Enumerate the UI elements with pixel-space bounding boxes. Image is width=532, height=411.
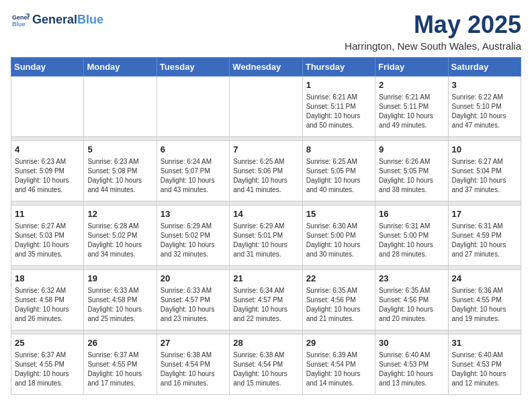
calendar-cell: 19Sunrise: 6:33 AMSunset: 4:58 PMDayligh… [84,270,157,330]
logo-icon: General Blue [11,11,30,30]
weekday-header-row: SundayMondayTuesdayWednesdayThursdayFrid… [11,58,521,77]
calendar-cell: 31Sunrise: 6:40 AMSunset: 4:53 PMDayligh… [448,334,521,395]
day-info: Daylight: 10 hours [87,369,152,379]
calendar-cell: 9Sunrise: 6:26 AMSunset: 5:05 PMDaylight… [375,141,448,201]
day-info: Sunset: 4:56 PM [306,295,371,305]
day-info: Sunset: 4:55 PM [87,360,152,369]
day-info: Sunrise: 6:37 AM [15,351,80,360]
day-info: and 26 minutes. [15,314,80,324]
day-info: Sunset: 5:11 PM [306,102,371,111]
day-info: and 37 minutes. [452,185,517,195]
day-info: Sunset: 4:55 PM [452,295,517,305]
day-info: Daylight: 10 hours [161,305,226,314]
day-number: 19 [87,273,152,285]
day-number: 29 [306,337,371,349]
day-info: Sunset: 5:07 PM [161,167,226,176]
day-info: Daylight: 10 hours [452,369,517,379]
calendar-cell: 8Sunrise: 6:25 AMSunset: 5:05 PMDaylight… [302,141,375,201]
calendar-cell: 26Sunrise: 6:37 AMSunset: 4:55 PMDayligh… [84,334,157,395]
day-number: 26 [87,337,152,349]
week-row-3: 11Sunrise: 6:27 AMSunset: 5:03 PMDayligh… [11,205,521,266]
day-info: Sunrise: 6:38 AM [161,351,226,360]
day-info: Sunrise: 6:21 AM [379,93,444,102]
day-info: Sunrise: 6:21 AM [306,93,371,102]
week-row-2: 4Sunrise: 6:23 AMSunset: 5:09 PMDaylight… [11,141,521,201]
day-number: 28 [233,337,298,349]
page-header: General Blue GeneralBlue May 2025 Harrin… [11,11,521,52]
calendar-cell: 21Sunrise: 6:34 AMSunset: 4:57 PMDayligh… [230,270,302,330]
weekday-header-monday: Monday [84,58,157,77]
day-info: Daylight: 10 hours [452,176,517,185]
day-info: and 32 minutes. [161,250,226,259]
day-info: Sunset: 4:59 PM [452,231,517,240]
day-info: and 49 minutes. [379,121,444,130]
day-number: 7 [233,144,298,156]
day-info: Sunset: 5:03 PM [15,231,80,240]
month-title: May 2025 [345,11,521,39]
day-info: Daylight: 10 hours [379,240,444,250]
day-info: and 16 minutes. [161,379,226,388]
day-number: 3 [452,79,517,91]
calendar-cell [84,77,157,137]
weekday-header-friday: Friday [375,58,448,77]
day-number: 18 [15,273,80,285]
day-info: Sunrise: 6:28 AM [87,222,152,231]
day-info: and 25 minutes. [87,314,152,324]
calendar-cell: 27Sunrise: 6:38 AMSunset: 4:54 PMDayligh… [157,334,229,395]
calendar-cell: 11Sunrise: 6:27 AMSunset: 5:03 PMDayligh… [11,205,84,266]
day-info: and 22 minutes. [233,314,298,324]
day-info: Sunrise: 6:27 AM [15,222,80,231]
day-info: Sunset: 4:54 PM [233,360,298,369]
day-info: Sunset: 5:00 PM [306,231,371,240]
day-info: and 50 minutes. [306,121,371,130]
day-info: Sunrise: 6:26 AM [379,157,444,167]
calendar-table: SundayMondayTuesdayWednesdayThursdayFrid… [11,57,521,395]
day-info: Sunrise: 6:25 AM [233,157,298,167]
weekday-header-thursday: Thursday [302,58,375,77]
day-info: Daylight: 10 hours [233,305,298,314]
day-info: Sunrise: 6:40 AM [452,351,517,360]
day-info: Daylight: 10 hours [306,369,371,379]
day-info: Daylight: 10 hours [306,240,371,250]
day-number: 5 [87,144,152,156]
calendar-cell: 28Sunrise: 6:38 AMSunset: 4:54 PMDayligh… [230,334,302,395]
day-number: 2 [379,79,444,91]
day-info: Daylight: 10 hours [161,240,226,250]
calendar-cell: 29Sunrise: 6:39 AMSunset: 4:54 PMDayligh… [302,334,375,395]
day-number: 24 [452,273,517,285]
calendar-cell [230,77,302,137]
day-info: Sunset: 4:55 PM [15,360,80,369]
day-info: and 43 minutes. [161,185,226,195]
day-info: Daylight: 10 hours [161,369,226,379]
weekday-header-sunday: Sunday [11,58,84,77]
day-info: Sunset: 5:05 PM [379,167,444,176]
week-row-1: 1Sunrise: 6:21 AMSunset: 5:11 PMDaylight… [11,77,521,137]
day-number: 14 [233,208,298,220]
day-info: Sunrise: 6:29 AM [233,222,298,231]
day-number: 13 [161,208,226,220]
day-info: Sunrise: 6:29 AM [161,222,226,231]
day-info: Daylight: 10 hours [379,111,444,121]
day-info: and 46 minutes. [15,185,80,195]
day-info: Daylight: 10 hours [452,305,517,314]
day-info: Sunrise: 6:27 AM [452,157,517,167]
logo: General Blue GeneralBlue [11,11,103,30]
day-info: Daylight: 10 hours [306,305,371,314]
day-info: Daylight: 10 hours [379,305,444,314]
day-info: Sunrise: 6:25 AM [306,157,371,167]
day-info: Sunrise: 6:32 AM [15,286,80,295]
day-info: Sunset: 5:01 PM [233,231,298,240]
day-number: 20 [161,273,226,285]
day-info: and 41 minutes. [233,185,298,195]
day-info: Sunset: 5:08 PM [87,167,152,176]
day-number: 31 [452,337,517,349]
day-number: 12 [87,208,152,220]
day-info: Daylight: 10 hours [379,369,444,379]
day-info: Sunrise: 6:36 AM [452,286,517,295]
day-info: Daylight: 10 hours [87,305,152,314]
calendar-cell: 22Sunrise: 6:35 AMSunset: 4:56 PMDayligh… [302,270,375,330]
day-info: Sunrise: 6:30 AM [306,222,371,231]
day-info: Sunrise: 6:38 AM [233,351,298,360]
day-info: and 17 minutes. [87,379,152,388]
day-info: Daylight: 10 hours [379,176,444,185]
